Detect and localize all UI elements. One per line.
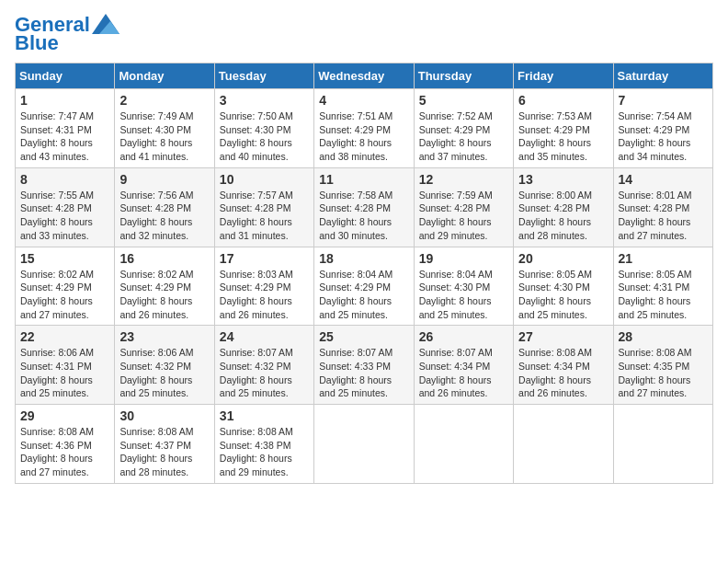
day-detail: Sunrise: 7:50 AMSunset: 4:30 PMDaylight:… bbox=[220, 109, 309, 164]
day-number: 11 bbox=[319, 172, 408, 187]
calendar-cell: 4Sunrise: 7:51 AMSunset: 4:29 PMDaylight… bbox=[314, 89, 414, 168]
calendar-cell: 22Sunrise: 8:06 AMSunset: 4:31 PMDayligh… bbox=[16, 326, 115, 405]
day-number: 13 bbox=[518, 172, 608, 187]
calendar-cell: 14Sunrise: 8:01 AMSunset: 4:28 PMDayligh… bbox=[613, 167, 712, 247]
calendar-cell: 10Sunrise: 7:57 AMSunset: 4:28 PMDayligh… bbox=[214, 167, 313, 247]
page-header: General Blue bbox=[15, 15, 713, 55]
day-number: 1 bbox=[20, 93, 109, 108]
day-detail: Sunrise: 8:07 AMSunset: 4:34 PMDaylight:… bbox=[419, 346, 508, 400]
day-number: 15 bbox=[20, 251, 109, 266]
day-detail: Sunrise: 7:51 AMSunset: 4:29 PMDaylight:… bbox=[319, 109, 408, 164]
header-friday: Friday bbox=[514, 63, 613, 89]
calendar-cell bbox=[514, 405, 613, 484]
calendar-header-row: SundayMondayTuesdayWednesdayThursdayFrid… bbox=[16, 63, 713, 89]
day-detail: Sunrise: 8:05 AMSunset: 4:30 PMDaylight:… bbox=[518, 268, 608, 322]
logo-icon bbox=[92, 14, 119, 34]
day-number: 25 bbox=[319, 329, 408, 344]
day-detail: Sunrise: 8:08 AMSunset: 4:37 PMDaylight:… bbox=[119, 425, 209, 479]
day-number: 14 bbox=[619, 172, 708, 187]
day-number: 3 bbox=[220, 93, 309, 108]
day-detail: Sunrise: 8:05 AMSunset: 4:31 PMDaylight:… bbox=[619, 268, 708, 322]
calendar-week-row: 1Sunrise: 7:47 AMSunset: 4:31 PMDaylight… bbox=[16, 89, 713, 168]
calendar-cell: 23Sunrise: 8:06 AMSunset: 4:32 PMDayligh… bbox=[115, 326, 214, 405]
calendar-cell: 16Sunrise: 8:02 AMSunset: 4:29 PMDayligh… bbox=[115, 247, 214, 326]
day-detail: Sunrise: 7:56 AMSunset: 4:28 PMDaylight:… bbox=[119, 189, 209, 243]
calendar-cell: 7Sunrise: 7:54 AMSunset: 4:29 PMDaylight… bbox=[613, 89, 712, 168]
day-detail: Sunrise: 8:01 AMSunset: 4:28 PMDaylight:… bbox=[619, 189, 708, 243]
day-number: 19 bbox=[419, 251, 508, 266]
calendar-week-row: 15Sunrise: 8:02 AMSunset: 4:29 PMDayligh… bbox=[16, 247, 713, 326]
day-number: 22 bbox=[20, 329, 109, 344]
day-detail: Sunrise: 7:47 AMSunset: 4:31 PMDaylight:… bbox=[20, 109, 109, 164]
day-detail: Sunrise: 7:59 AMSunset: 4:28 PMDaylight:… bbox=[419, 189, 508, 243]
logo-blue: Blue bbox=[15, 31, 59, 55]
calendar-cell: 31Sunrise: 8:08 AMSunset: 4:38 PMDayligh… bbox=[214, 405, 313, 484]
day-detail: Sunrise: 8:08 AMSunset: 4:35 PMDaylight:… bbox=[619, 346, 708, 400]
day-number: 31 bbox=[220, 408, 309, 423]
day-number: 10 bbox=[220, 172, 309, 187]
day-detail: Sunrise: 8:04 AMSunset: 4:30 PMDaylight:… bbox=[419, 268, 508, 322]
calendar-cell: 6Sunrise: 7:53 AMSunset: 4:29 PMDaylight… bbox=[514, 89, 613, 168]
day-detail: Sunrise: 7:52 AMSunset: 4:29 PMDaylight:… bbox=[419, 109, 508, 164]
calendar-cell bbox=[613, 405, 712, 484]
calendar-cell bbox=[314, 405, 414, 484]
calendar-cell: 26Sunrise: 8:07 AMSunset: 4:34 PMDayligh… bbox=[414, 326, 513, 405]
calendar-cell: 30Sunrise: 8:08 AMSunset: 4:37 PMDayligh… bbox=[115, 405, 214, 484]
day-number: 20 bbox=[518, 251, 608, 266]
calendar-cell: 24Sunrise: 8:07 AMSunset: 4:32 PMDayligh… bbox=[214, 326, 313, 405]
day-detail: Sunrise: 7:54 AMSunset: 4:29 PMDaylight:… bbox=[619, 109, 708, 164]
calendar-cell: 2Sunrise: 7:49 AMSunset: 4:30 PMDaylight… bbox=[115, 89, 214, 168]
day-number: 30 bbox=[119, 408, 209, 423]
calendar-cell: 28Sunrise: 8:08 AMSunset: 4:35 PMDayligh… bbox=[613, 326, 712, 405]
calendar-cell: 17Sunrise: 8:03 AMSunset: 4:29 PMDayligh… bbox=[214, 247, 313, 326]
day-detail: Sunrise: 8:08 AMSunset: 4:34 PMDaylight:… bbox=[518, 346, 608, 400]
logo: General Blue bbox=[15, 15, 119, 55]
calendar-cell: 8Sunrise: 7:55 AMSunset: 4:28 PMDaylight… bbox=[16, 167, 115, 247]
day-number: 26 bbox=[419, 329, 508, 344]
calendar-cell: 25Sunrise: 8:07 AMSunset: 4:33 PMDayligh… bbox=[314, 326, 414, 405]
day-number: 9 bbox=[119, 172, 209, 187]
calendar-cell bbox=[414, 405, 513, 484]
calendar-cell: 20Sunrise: 8:05 AMSunset: 4:30 PMDayligh… bbox=[514, 247, 613, 326]
day-detail: Sunrise: 8:00 AMSunset: 4:28 PMDaylight:… bbox=[518, 189, 608, 243]
calendar-cell: 27Sunrise: 8:08 AMSunset: 4:34 PMDayligh… bbox=[514, 326, 613, 405]
day-number: 6 bbox=[518, 93, 608, 108]
day-number: 29 bbox=[20, 408, 109, 423]
day-detail: Sunrise: 8:06 AMSunset: 4:32 PMDaylight:… bbox=[119, 346, 209, 400]
calendar-cell: 13Sunrise: 8:00 AMSunset: 4:28 PMDayligh… bbox=[514, 167, 613, 247]
day-detail: Sunrise: 8:02 AMSunset: 4:29 PMDaylight:… bbox=[20, 268, 109, 322]
calendar-cell: 3Sunrise: 7:50 AMSunset: 4:30 PMDaylight… bbox=[214, 89, 313, 168]
day-number: 5 bbox=[419, 93, 508, 108]
calendar-cell: 1Sunrise: 7:47 AMSunset: 4:31 PMDaylight… bbox=[16, 89, 115, 168]
header-saturday: Saturday bbox=[613, 63, 712, 89]
calendar-cell: 21Sunrise: 8:05 AMSunset: 4:31 PMDayligh… bbox=[613, 247, 712, 326]
calendar-week-row: 22Sunrise: 8:06 AMSunset: 4:31 PMDayligh… bbox=[16, 326, 713, 405]
day-detail: Sunrise: 8:07 AMSunset: 4:33 PMDaylight:… bbox=[319, 346, 408, 400]
header-tuesday: Tuesday bbox=[214, 63, 313, 89]
day-detail: Sunrise: 8:02 AMSunset: 4:29 PMDaylight:… bbox=[119, 268, 209, 322]
day-number: 7 bbox=[619, 93, 708, 108]
day-detail: Sunrise: 7:49 AMSunset: 4:30 PMDaylight:… bbox=[119, 109, 209, 164]
calendar-cell: 18Sunrise: 8:04 AMSunset: 4:29 PMDayligh… bbox=[314, 247, 414, 326]
day-detail: Sunrise: 8:08 AMSunset: 4:36 PMDaylight:… bbox=[20, 425, 109, 479]
day-number: 16 bbox=[119, 251, 209, 266]
calendar-week-row: 8Sunrise: 7:55 AMSunset: 4:28 PMDaylight… bbox=[16, 167, 713, 247]
day-detail: Sunrise: 7:55 AMSunset: 4:28 PMDaylight:… bbox=[20, 189, 109, 243]
day-number: 18 bbox=[319, 251, 408, 266]
calendar-cell: 15Sunrise: 8:02 AMSunset: 4:29 PMDayligh… bbox=[16, 247, 115, 326]
header-wednesday: Wednesday bbox=[314, 63, 414, 89]
day-detail: Sunrise: 7:53 AMSunset: 4:29 PMDaylight:… bbox=[518, 109, 608, 164]
day-number: 28 bbox=[619, 329, 708, 344]
calendar-cell: 19Sunrise: 8:04 AMSunset: 4:30 PMDayligh… bbox=[414, 247, 513, 326]
calendar-table: SundayMondayTuesdayWednesdayThursdayFrid… bbox=[15, 63, 713, 484]
day-number: 17 bbox=[220, 251, 309, 266]
day-detail: Sunrise: 8:03 AMSunset: 4:29 PMDaylight:… bbox=[220, 268, 309, 322]
day-number: 4 bbox=[319, 93, 408, 108]
header-sunday: Sunday bbox=[16, 63, 115, 89]
day-number: 12 bbox=[419, 172, 508, 187]
day-number: 2 bbox=[119, 93, 209, 108]
day-number: 8 bbox=[20, 172, 109, 187]
header-thursday: Thursday bbox=[414, 63, 513, 89]
day-number: 23 bbox=[119, 329, 209, 344]
day-detail: Sunrise: 8:07 AMSunset: 4:32 PMDaylight:… bbox=[220, 346, 309, 400]
